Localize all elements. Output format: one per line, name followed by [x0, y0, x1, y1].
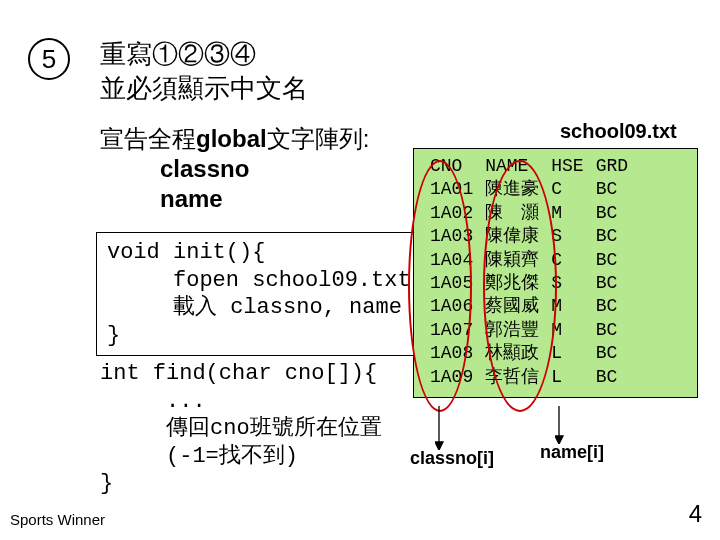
th-hse: HSE: [545, 155, 589, 178]
title-block: 重寫①②③④ 並必須顯示中文名: [100, 38, 308, 106]
arrow-name: [555, 404, 585, 444]
file-name-label: school09.txt: [560, 120, 677, 143]
title-line1: 重寫①②③④: [100, 38, 308, 72]
decl-line1: 宣告全程global文字陣列:: [100, 124, 369, 154]
slide: 5 重寫①②③④ 並必須顯示中文名 宣告全程global文字陣列: classn…: [0, 0, 720, 540]
table-cell: BC: [590, 249, 634, 272]
declaration-block: 宣告全程global文字陣列: classno name: [100, 124, 369, 214]
code-find: int find(char cno[]){ ... 傳回cno班號所在位置 (-…: [100, 360, 382, 498]
table-cell: BC: [590, 366, 634, 389]
page-number: 4: [689, 500, 702, 528]
title-line2: 並必須顯示中文名: [100, 72, 308, 106]
decl-name: name: [100, 184, 369, 214]
decl-classno: classno: [100, 154, 369, 184]
code-init: void init(){ fopen school09.txt 載入 class…: [96, 232, 414, 356]
decl-suffix: 文字陣列:: [267, 125, 370, 152]
ellipse-cno: [408, 160, 472, 412]
label-classno-i: classno[i]: [410, 448, 494, 469]
table-cell: BC: [590, 342, 634, 365]
table-cell: BC: [590, 319, 634, 342]
table-cell: BC: [590, 202, 634, 225]
table-cell: C: [545, 178, 589, 201]
table-cell: BC: [590, 295, 634, 318]
table-cell: BC: [590, 272, 634, 295]
table-cell: BC: [590, 178, 634, 201]
ellipse-name: [483, 160, 557, 412]
arrow-classno: [435, 404, 465, 450]
footer-left: Sports Winner: [10, 511, 105, 528]
table-cell: L: [545, 366, 589, 389]
decl-bold-global: global: [196, 125, 267, 152]
decl-prefix: 宣告全程: [100, 125, 196, 152]
step-number-circle: 5: [28, 38, 70, 80]
th-grd: GRD: [590, 155, 634, 178]
label-name-i: name[i]: [540, 442, 604, 463]
table-cell: BC: [590, 225, 634, 248]
